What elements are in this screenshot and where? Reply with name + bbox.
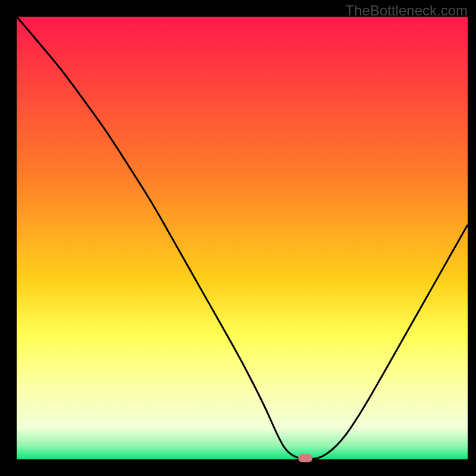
plot-area [17, 17, 468, 459]
optimum-marker [298, 454, 312, 462]
chart-svg [0, 0, 476, 476]
chart-frame: { "watermark": { "text": "TheBottleneck.… [0, 0, 476, 476]
watermark-text: TheBottleneck.com [346, 2, 468, 19]
